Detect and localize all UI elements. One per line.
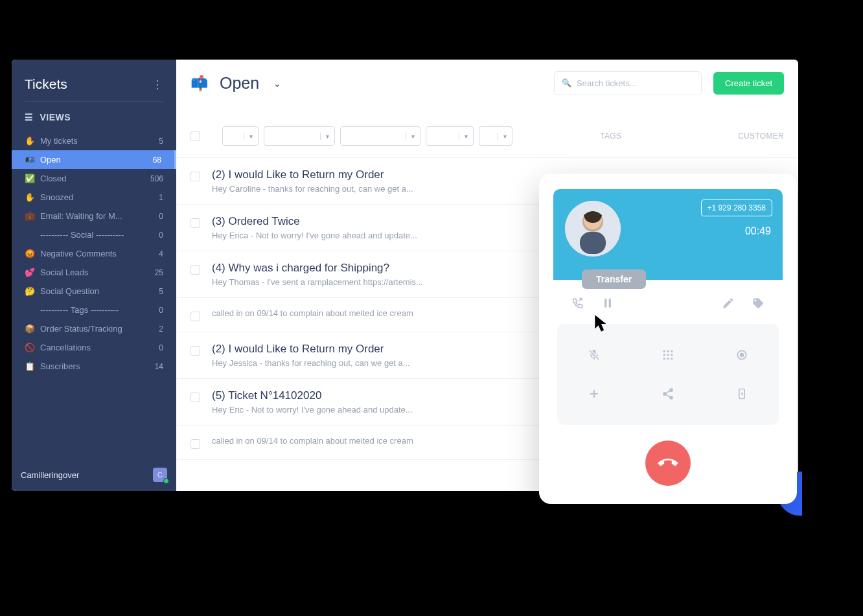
share-icon[interactable] — [631, 374, 705, 413]
create-ticket-button[interactable]: Create ticket — [713, 72, 784, 95]
sidebar-item-label: Suscribers — [40, 361, 80, 371]
sidebar-item-icon: 📋 — [25, 361, 34, 371]
sidebar-item-label: ---------- Social ---------- — [40, 230, 124, 240]
transfer-button[interactable]: Transfer — [582, 269, 646, 289]
sidebar-item-count: 1 — [159, 193, 163, 202]
views-header: ☰ VIEWS — [12, 112, 176, 131]
sidebar-item-count: 25 — [155, 268, 163, 277]
ticket-checkbox[interactable] — [190, 172, 200, 181]
sidebar-menu-dots[interactable]: ⋯ — [151, 79, 165, 89]
svg-point-16 — [741, 354, 744, 357]
tag-icon[interactable] — [752, 297, 765, 310]
col-customer: CUSTOMER — [738, 131, 784, 141]
sidebar-item-count: 5 — [159, 137, 163, 146]
svg-point-14 — [671, 358, 673, 359]
record-icon[interactable] — [705, 336, 779, 374]
svg-point-11 — [671, 354, 673, 356]
ticket-checkbox[interactable] — [190, 346, 200, 356]
sidebar-item-icon: 💼 — [25, 211, 34, 221]
ticket-checkbox[interactable] — [190, 312, 200, 321]
sidebar-item-count: 14 — [155, 362, 163, 371]
sidebar-item-label: Open — [40, 155, 61, 165]
filter-select[interactable]: ▾ — [426, 126, 474, 146]
sidebar-item[interactable]: 🤔Social Question5 — [12, 282, 176, 301]
sidebar-title: Tickets — [25, 76, 67, 92]
add-icon[interactable] — [557, 374, 631, 413]
sidebar-item[interactable]: ---------- Tags ----------0 — [12, 301, 176, 319]
sidebar-item[interactable]: 💕Social Leads25 — [12, 263, 176, 282]
select-all-checkbox[interactable] — [190, 131, 200, 141]
caller-number[interactable]: +1 929 280 3358 — [701, 200, 772, 216]
topbar: 📫 Open ⌄ 🔍 Create ticket — [176, 60, 798, 107]
edit-icon[interactable] — [722, 297, 735, 310]
svg-rect-4 — [604, 299, 606, 307]
sidebar-item[interactable]: ---------- Social ----------0 — [12, 225, 176, 244]
filter-bar: ▾▾▾▾▾ TAGS CUSTOMER — [176, 107, 798, 158]
sidebar-item-count: 4 — [159, 249, 163, 258]
svg-point-8 — [671, 350, 673, 352]
sidebar-item[interactable]: ✋My tickets5 — [12, 131, 176, 150]
col-tags: TAGS — [600, 131, 621, 141]
mailbox-icon: 📫 — [190, 75, 208, 92]
sidebar-item-icon: 📦 — [25, 324, 34, 334]
sidebar-item-count: 506 — [150, 174, 163, 183]
call-widget: +1 929 280 3358 00:49 Transfer — [539, 174, 797, 504]
svg-point-13 — [667, 358, 669, 359]
ticket-checkbox[interactable] — [190, 218, 200, 228]
sidebar-item[interactable]: 📋Suscribers14 — [12, 357, 176, 376]
pause-icon[interactable] — [601, 297, 614, 310]
sidebar-item-count: 68 — [153, 155, 161, 165]
transfer-call-icon[interactable] — [571, 297, 584, 310]
filter-select[interactable]: ▾ — [340, 126, 420, 146]
sidebar-item-icon: 😡 — [25, 249, 34, 258]
call-duration: 00:49 — [745, 225, 771, 237]
ticket-checkbox[interactable] — [190, 265, 200, 275]
caller-avatar — [565, 201, 621, 257]
sidebar-item[interactable]: 😡Negative Comments4 — [12, 244, 176, 263]
current-user[interactable]: Camilleringover — [21, 470, 79, 480]
avatar[interactable]: C — [153, 468, 167, 482]
sidebar-item-icon: 💕 — [25, 268, 34, 277]
search-input[interactable] — [554, 71, 702, 95]
mute-icon[interactable] — [557, 336, 631, 374]
sidebar-item-label: Closed — [40, 174, 66, 183]
filter-select[interactable]: ▾ — [222, 126, 259, 146]
ticket-checkbox[interactable] — [190, 439, 200, 449]
sidebar-item-count: 5 — [159, 287, 163, 296]
sidebar: Tickets ⋯ ☰ VIEWS ✋My tickets5📭Open68✅Cl… — [12, 60, 176, 491]
view-title[interactable]: Open — [220, 74, 259, 93]
sidebar-item-count: 0 — [159, 231, 163, 240]
dialpad-icon[interactable] — [631, 336, 705, 374]
sidebar-item[interactable]: ✋Snoozed1 — [12, 188, 176, 207]
sidebar-footer: Camilleringover C — [12, 459, 176, 491]
sidebar-item-count: 0 — [159, 306, 163, 315]
ticket-checkbox[interactable] — [190, 393, 200, 402]
sidebar-item[interactable]: 🚫Cancellations0 — [12, 338, 176, 357]
dialpad-actions — [557, 324, 779, 425]
sidebar-item-label: ---------- Tags ---------- — [40, 305, 119, 315]
hangup-button[interactable] — [645, 440, 691, 486]
sidebar-item-icon: 📭 — [25, 155, 34, 165]
sidebar-item[interactable]: ✅Closed506 — [12, 169, 176, 188]
sidebar-item-count: 0 — [159, 212, 163, 221]
call-header: +1 929 280 3358 00:49 Transfer — [553, 189, 783, 280]
filter-select[interactable]: ▾ — [264, 126, 335, 146]
svg-point-10 — [667, 354, 669, 356]
filter-select[interactable]: ▾ — [479, 126, 512, 146]
sidebar-item-label: Negative Comments — [40, 249, 117, 258]
sidebar-item-label: Snoozed — [40, 192, 73, 202]
sidebar-item-label: Order Status/Tracking — [40, 324, 122, 334]
sidebar-item-icon: 🤔 — [25, 286, 34, 296]
sidebar-item[interactable]: 📦Order Status/Tracking2 — [12, 319, 176, 338]
sidebar-item-label: Email: Waiting for M... — [40, 211, 122, 221]
svg-point-7 — [667, 350, 669, 352]
sidebar-views-list: ✋My tickets5📭Open68✅Closed506✋Snoozed1💼E… — [12, 131, 176, 459]
sidebar-item[interactable]: 📭Open68 — [12, 150, 176, 169]
search-icon: 🔍 — [562, 78, 571, 87]
views-label: VIEWS — [40, 112, 71, 122]
sidebar-item-icon: 🚫 — [25, 343, 34, 352]
device-icon[interactable] — [705, 374, 779, 413]
sidebar-item-label: Social Question — [40, 286, 99, 296]
chevron-down-icon[interactable]: ⌄ — [273, 78, 281, 89]
sidebar-item[interactable]: 💼Email: Waiting for M...0 — [12, 207, 176, 225]
